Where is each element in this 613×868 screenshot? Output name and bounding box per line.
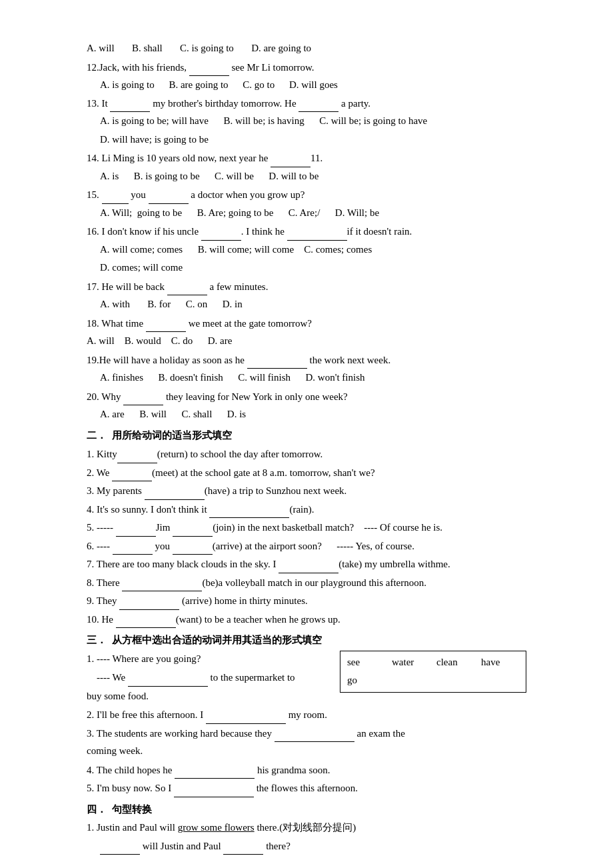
blank-s2-6a [113, 537, 153, 555]
s3-q4: 4. The child hopes he his grandma soon. [87, 761, 526, 779]
underline-text: grow some flowers [178, 822, 255, 833]
q16-options-line2: D. comes; will come [87, 259, 526, 277]
blank-17 [167, 278, 207, 296]
q20-options: A. are B. will C. shall D. is [87, 406, 526, 423]
section3-title: 三． 从方框中选出合适的动词并用其适当的形式填空 [87, 632, 526, 649]
blank-14 [271, 149, 310, 167]
blank-18 [146, 315, 186, 333]
word-go: go [347, 672, 385, 689]
q14: 14. Li Ming is 10 years old now, next ye… [87, 149, 526, 167]
opt-D: D. are going to [251, 43, 311, 53]
s2-q10: 10. He (want) to be a teacher when he gr… [87, 611, 526, 629]
s3-q3-cont: coming week. [87, 743, 526, 760]
q14-options: A. is B. is going to be C. will be D. wi… [87, 168, 526, 185]
blank-15b [149, 186, 189, 204]
s3-q5: 5. I'm busy now. So I the flowes this af… [87, 779, 526, 797]
opt-B: B. are going to [169, 79, 228, 90]
blank-s2-1 [117, 445, 157, 463]
opt-A: A. is going to [100, 79, 155, 90]
q18-options: A. will B. would C. do D. are [87, 333, 526, 350]
s3-q1-text: 1. ---- Where are you going? ---- We to … [87, 651, 340, 707]
word-water: water [392, 654, 430, 671]
q12: 12.Jack, with his friends, see Mr Li tom… [87, 59, 526, 77]
s2-q3: 3. My parents (have) a trip to Sunzhou n… [87, 482, 526, 500]
s2-q4: 4. It's so sunny. I don't think it (rain… [87, 501, 526, 519]
q16-options-line1: A. will come; comes B. will come; will c… [87, 241, 526, 259]
q16: 16. I don't know if his uncle . I think … [87, 223, 526, 241]
q17: 17. He will be back a few minutes. [87, 278, 526, 296]
blank-s2-8 [122, 574, 202, 592]
s2-q7: 7. There are too many black clouds in th… [87, 555, 526, 573]
opt-A: A. will [87, 43, 129, 53]
s2-q6: 6. ---- you (arrive) at the airport soon… [87, 537, 526, 555]
blank-s3-1 [128, 669, 208, 687]
blank-16b [287, 223, 347, 241]
s3-q3: 3. The students are working hard because… [87, 725, 526, 743]
word-clean: clean [436, 654, 474, 671]
s4-q1: 1. Justin and Paul will grow some flower… [87, 819, 526, 837]
q15: 15. you a doctor when you grow up? [87, 186, 526, 204]
exercise-content: A. will B. shall C. is going to D. are g… [87, 40, 526, 855]
blank-s2-6b [173, 537, 213, 555]
blank-s2-2 [112, 464, 152, 482]
q19-options: A. finishes B. doesn't finish C. will fi… [87, 369, 526, 387]
word-see: see [347, 654, 385, 671]
opt-B: B. shall [132, 43, 177, 53]
s3-q2: 2. I'll be free this afternoon. I my roo… [87, 706, 526, 724]
blank-20 [123, 388, 163, 406]
q13-options-line1: A. is going to be; will have B. will be;… [87, 113, 526, 130]
s2-q8: 8. There (be)a volleyball match in our p… [87, 574, 526, 592]
q18: 18. What time we meet at the gate tomorr… [87, 315, 526, 333]
blank-s4-1a [100, 837, 140, 855]
blank-s2-9 [119, 592, 179, 610]
blank-12 [189, 59, 229, 77]
s3-q1-line3: buy some food. [87, 688, 340, 705]
blank-s3-2 [206, 706, 286, 724]
blank-13b [299, 95, 338, 113]
blank-13a [110, 95, 150, 113]
blank-16a [201, 223, 241, 241]
q20: 20. Why they leaving for New York in onl… [87, 388, 526, 406]
s3-q1-line1: 1. ---- Where are you going? [87, 651, 340, 668]
blank-s3-4 [175, 761, 255, 779]
q11-options: A. will B. shall C. is going to D. are g… [87, 40, 526, 57]
word-have: have [481, 654, 519, 671]
blank-s3-3 [275, 725, 354, 743]
s4-q1-answer: will Justin and Paul there? [87, 837, 526, 855]
section4-title: 四． 句型转换 [87, 801, 526, 819]
blank-s2-10 [116, 611, 176, 629]
blank-15a [102, 186, 129, 204]
s2-q1: 1. Kitty (return) to school the day afte… [87, 445, 526, 463]
blank-s3-5 [174, 779, 254, 797]
opt-D: D. will goes [289, 79, 338, 90]
s2-q2: 2. We (meet) at the school gate at 8 a.m… [87, 464, 526, 482]
blank-s2-5b [173, 519, 213, 537]
q13-options-line2: D. will have; is going to be [87, 131, 526, 149]
q17-options: A. with B. for C. on D. in [87, 296, 526, 313]
opt-C: C. go to [243, 79, 275, 90]
s3-q1-line2: ---- We to the supermarket to [87, 669, 340, 687]
q15-options: A. Will; going to be B. Are; going to be… [87, 205, 526, 222]
blank-s2-3 [145, 482, 205, 500]
s2-q9: 9. They (arrive) home in thirty minutes. [87, 592, 526, 610]
blank-s2-7 [279, 555, 338, 573]
section2-title: 二． 用所给动词的适当形式填空 [87, 427, 526, 445]
word-box: see water clean have go [340, 651, 526, 693]
s3-q1-block: 1. ---- Where are you going? ---- We to … [87, 651, 526, 707]
opt-C: C. is going to [180, 43, 249, 53]
blank-s4-1b [223, 837, 263, 855]
blank-s2-5a [116, 519, 156, 537]
q19: 19.He will have a holiday as soon as he … [87, 351, 526, 369]
blank-s2-4 [209, 501, 289, 519]
q12-options: A. is going to B. are going to C. go to … [87, 77, 526, 94]
q13: 13. It my brother's birthday tomorrow. H… [87, 95, 526, 113]
blank-19 [247, 351, 307, 369]
s2-q5: 5. ----- Jim (join) in the next basketba… [87, 519, 526, 537]
